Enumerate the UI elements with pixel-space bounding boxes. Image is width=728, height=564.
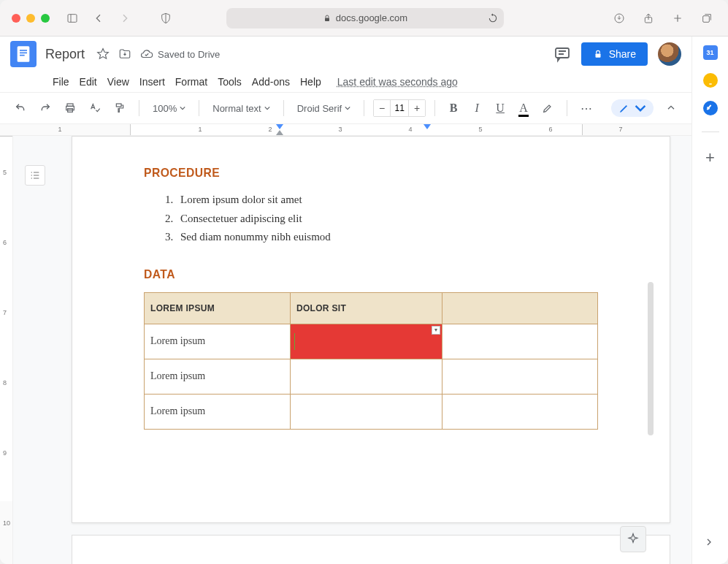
horizontal-ruler[interactable]: 1 1 2 3 4 5 6 7 (0, 124, 691, 136)
underline-button[interactable]: U (491, 98, 510, 118)
zoom-dropdown[interactable]: 100% (148, 100, 190, 117)
move-icon[interactable] (118, 47, 131, 61)
account-avatar[interactable] (658, 42, 681, 66)
editing-mode-dropdown[interactable] (611, 99, 654, 117)
heading-procedure[interactable]: PROCEDURE (144, 166, 562, 180)
cell-options-dropdown[interactable]: ▾ (432, 326, 440, 335)
tabs-overview-button[interactable] (697, 9, 716, 28)
table-cell[interactable] (442, 359, 598, 394)
nav-forward-button[interactable] (115, 9, 134, 28)
reload-icon[interactable] (488, 13, 498, 23)
highlight-color-button[interactable] (537, 98, 558, 118)
indent-marker[interactable] (276, 124, 283, 129)
svg-rect-6 (18, 46, 30, 62)
menu-file[interactable]: File (53, 76, 69, 88)
table-cell-highlighted[interactable]: ▾ (291, 324, 442, 359)
menu-addons[interactable]: Add-ons (252, 76, 290, 88)
minimize-window-button[interactable] (26, 14, 35, 23)
close-window-button[interactable] (12, 14, 20, 23)
menu-tools[interactable]: Tools (218, 76, 242, 88)
font-family-dropdown[interactable]: Droid Serif (293, 100, 355, 117)
menu-insert[interactable]: Insert (139, 76, 165, 88)
table-cell[interactable]: Lorem ipsum (145, 394, 291, 429)
keep-addon-button[interactable] (703, 73, 718, 88)
hide-side-panel-button[interactable] (699, 532, 719, 552)
share-browser-button[interactable] (639, 9, 658, 28)
table-cell[interactable] (442, 394, 598, 429)
saved-label: Saved to Drive (158, 49, 220, 60)
docs-title-bar: Report Saved to Drive Share (0, 37, 691, 72)
calendar-addon-button[interactable] (703, 45, 718, 60)
indent-marker-bottom[interactable] (276, 130, 283, 135)
svg-rect-8 (20, 53, 27, 54)
table-header[interactable]: LOREM IPSUM (145, 292, 291, 324)
paragraph-style-dropdown[interactable]: Normal text (208, 100, 274, 117)
save-status[interactable]: Saved to Drive (140, 47, 220, 61)
paint-format-button[interactable] (110, 98, 130, 118)
svg-rect-15 (116, 104, 121, 107)
redo-button[interactable] (35, 98, 55, 118)
table-cell[interactable] (291, 394, 442, 429)
maximize-window-button[interactable] (41, 14, 50, 23)
last-edit-link[interactable]: Last edit was seconds ago (337, 76, 458, 88)
menu-help[interactable]: Help (300, 76, 321, 88)
table-cell[interactable] (442, 324, 598, 359)
list-item[interactable]: Sed diam nonummy nibh euismod (176, 228, 598, 247)
menu-bar: File Edit View Insert Format Tools Add-o… (0, 72, 691, 92)
svg-rect-10 (556, 48, 569, 58)
italic-button[interactable]: I (467, 98, 486, 118)
table-header[interactable]: DOLOR SIT (291, 292, 442, 324)
window-controls (12, 14, 50, 23)
sidebar-toggle-button[interactable] (63, 9, 82, 28)
list-item[interactable]: Consectetuer adipiscing elit (176, 210, 598, 229)
menu-view[interactable]: View (107, 76, 129, 88)
lock-icon (323, 14, 332, 23)
lock-icon (593, 49, 603, 59)
text-color-button[interactable]: A (514, 98, 533, 118)
share-button[interactable]: Share (581, 42, 648, 66)
new-tab-button[interactable] (668, 9, 687, 28)
tasks-addon-button[interactable] (703, 101, 718, 115)
print-button[interactable] (60, 98, 80, 118)
heading-data[interactable]: DATA (144, 267, 562, 282)
font-size-decrease[interactable]: − (374, 100, 390, 116)
document-page-next[interactable] (72, 535, 670, 564)
menu-edit[interactable]: Edit (80, 76, 97, 88)
url-text: docs.google.com (336, 12, 407, 23)
docs-home-button[interactable] (10, 41, 37, 67)
chevron-down-icon (635, 102, 646, 114)
collapse-toolbar-button[interactable] (661, 98, 681, 118)
procedure-list[interactable]: Lorem ipsum dolor sit amet Consectetuer … (176, 191, 598, 247)
table-cell[interactable]: Lorem ipsum (145, 359, 291, 394)
undo-button[interactable] (10, 98, 31, 118)
font-size-input[interactable] (390, 100, 409, 116)
browser-toolbar: docs.google.com (0, 0, 728, 37)
nav-back-button[interactable] (89, 9, 108, 28)
vertical-scrollbar[interactable] (648, 282, 654, 435)
table-cell[interactable] (291, 359, 442, 394)
doc-title-input[interactable]: Report (45, 47, 85, 62)
table-header[interactable] (442, 292, 598, 324)
data-table[interactable]: LOREM IPSUM DOLOR SIT Lorem ipsum ▾ (144, 292, 598, 430)
get-addons-button[interactable]: + (705, 148, 715, 167)
open-comments-button[interactable] (553, 45, 571, 63)
explore-button[interactable] (620, 526, 646, 552)
column-marker[interactable] (424, 124, 431, 129)
document-page[interactable]: PROCEDURE Lorem ipsum dolor sit amet Con… (72, 136, 670, 523)
menu-format[interactable]: Format (175, 76, 207, 88)
svg-rect-11 (595, 53, 600, 57)
share-label: Share (609, 48, 636, 60)
more-tools-button[interactable]: ⋯ (576, 98, 597, 118)
list-item[interactable]: Lorem ipsum dolor sit amet (176, 191, 598, 210)
table-cell[interactable]: Lorem ipsum (145, 324, 291, 359)
bold-button[interactable]: B (444, 98, 463, 118)
downloads-button[interactable] (610, 9, 629, 28)
font-size-increase[interactable]: + (409, 100, 425, 116)
spellcheck-button[interactable] (85, 98, 105, 118)
cloud-icon (140, 47, 153, 61)
vertical-ruler[interactable]: 5 6 7 8 9 10 (0, 136, 13, 564)
svg-point-16 (707, 75, 714, 83)
address-bar[interactable]: docs.google.com (226, 8, 504, 28)
star-icon[interactable] (96, 47, 110, 61)
privacy-shield-icon[interactable] (156, 9, 175, 28)
